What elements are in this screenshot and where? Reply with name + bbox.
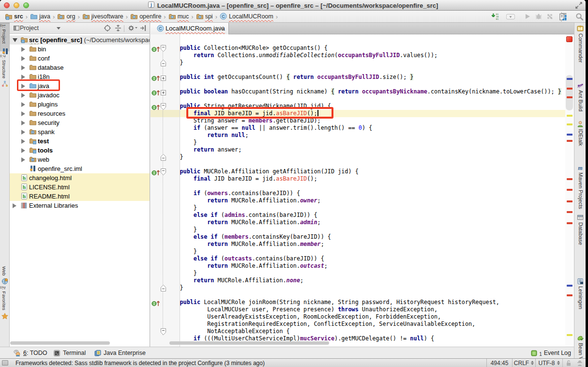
error-stripe-mark-blue[interactable] <box>567 285 573 287</box>
editor-hscrollbar[interactable] <box>169 341 329 345</box>
implements-gutter-icon[interactable] <box>151 300 160 308</box>
debug-button[interactable] <box>534 12 543 21</box>
tree-expand-icon[interactable] <box>21 47 25 52</box>
breadcrumb-item-muc[interactable]: muc <box>168 13 189 20</box>
breadcrumb-item-openfire[interactable]: openfire <box>130 13 161 20</box>
collapse-icon[interactable] <box>114 24 122 32</box>
error-stripe-mark-blue[interactable] <box>567 78 573 80</box>
tree-row-database[interactable]: database <box>10 63 150 72</box>
vcs-update-button[interactable]: 011001 <box>491 12 499 21</box>
breadcrumb-item-jivesoftware[interactable]: jivesoftware <box>82 13 123 20</box>
toolwindow-button----todo[interactable]: 6: TODO <box>14 347 47 359</box>
tool-stripe-ant-build[interactable]: Ant Build <box>574 81 586 111</box>
hide-panel-icon[interactable] <box>139 24 147 32</box>
tree-expand-icon[interactable] <box>21 65 25 70</box>
fold-marker-icon[interactable] <box>161 60 166 68</box>
fold-marker-icon[interactable] <box>161 168 166 177</box>
tree-row-plugins[interactable]: plugins <box>10 100 150 109</box>
tree-row-spank[interactable]: spank <box>10 127 150 137</box>
tree-row-tools[interactable]: tools <box>10 146 150 155</box>
tool-stripe----structure[interactable]: 7: Structure <box>0 53 10 88</box>
error-stripe-mark-yellow[interactable] <box>567 115 573 117</box>
error-stripe-mark-yellow[interactable] <box>567 334 573 336</box>
tab-close-icon[interactable]: ✕ <box>219 25 224 32</box>
tool-stripe-bean-validation[interactable]: Bean Validation <box>574 334 586 358</box>
tree-collapse-icon[interactable] <box>13 38 17 42</box>
caret-position[interactable]: 494:45 <box>486 359 512 367</box>
toolwindow-button-java-enterprise[interactable]: Java Enterprise <box>94 347 146 359</box>
project-tree-hscrollbar[interactable] <box>10 341 110 345</box>
implements-gutter-icon[interactable] <box>151 75 160 83</box>
error-indicator-icon[interactable] <box>566 36 573 42</box>
toolwindow-button-terminal[interactable]: Terminal <box>53 347 86 359</box>
code-editor[interactable]: public Collection<MUCRole> getOccupants(… <box>151 34 574 347</box>
encoding-select[interactable]: UTF-8 <box>535 359 562 367</box>
locate-icon[interactable] <box>104 24 111 32</box>
tree-row-web[interactable]: web <box>10 155 150 164</box>
lock-icon[interactable] <box>562 359 574 367</box>
fullscreen-icon[interactable] <box>575 1 583 9</box>
tree-expand-icon[interactable] <box>21 75 25 79</box>
error-stripe-mark-red[interactable] <box>567 178 573 180</box>
tree-row-conf[interactable]: conf <box>10 54 150 63</box>
hector-icon[interactable] <box>574 359 586 367</box>
tree-row-README-html[interactable]: hREADME.html <box>10 192 150 201</box>
tree-expand-icon[interactable] <box>21 139 25 144</box>
project-view-dropdown-icon[interactable] <box>57 27 60 30</box>
editor-vscrollbar[interactable] <box>566 75 573 110</box>
error-stripe-mark-red[interactable] <box>567 222 573 224</box>
implements-gutter-icon[interactable] <box>151 104 160 112</box>
tree-row-LICENSE-html[interactable]: hLICENSE.html <box>10 183 150 192</box>
tree-expand-icon[interactable] <box>21 102 25 107</box>
gear-icon[interactable] <box>127 24 138 32</box>
error-stripe-mark-yellow[interactable] <box>567 123 573 125</box>
fold-marker-icon[interactable] <box>161 285 166 293</box>
tree-row-test[interactable]: test <box>10 137 150 146</box>
tree-row-resources[interactable]: resources <box>10 109 150 118</box>
tree-row-External-Libraries[interactable]: External Libraries <box>10 201 150 210</box>
tree-expand-icon[interactable] <box>21 121 25 125</box>
tool-stripe-leiningen[interactable]: Leiningen <box>574 277 586 309</box>
event-log-button[interactable]: 1 Event Log <box>531 347 571 359</box>
breadcrumb-item-spi[interactable]: spi <box>196 13 213 20</box>
line-separator-select[interactable]: CRLF <box>512 359 535 367</box>
tree-row-security[interactable]: security <box>10 118 150 127</box>
fold-marker-icon[interactable] <box>161 103 166 112</box>
tool-stripe-idetalk[interactable]: IDEtalk <box>574 120 586 146</box>
error-stripe-mark-red[interactable] <box>567 88 573 90</box>
fold-marker-icon[interactable] <box>161 45 166 54</box>
tree-expand-icon[interactable] <box>21 148 25 153</box>
coverage-button[interactable] <box>545 12 554 21</box>
error-stripe-mark-red[interactable] <box>567 211 573 213</box>
tree-expand-icon[interactable] <box>21 130 25 135</box>
error-stripe-mark-red[interactable] <box>567 140 573 142</box>
tree-row-openfire-src-iml[interactable]: openfire_src.iml <box>10 164 150 173</box>
error-stripe-mark-blue[interactable] <box>567 134 573 136</box>
breadcrumb-item-LocalMUCRoom[interactable]: CLocalMUCRoom <box>220 13 273 20</box>
breadcrumb-item-src[interactable]: src <box>5 13 23 20</box>
tree-row-javadoc[interactable]: javadoc <box>10 91 150 100</box>
stripe-toggle-icon[interactable] <box>2 360 8 366</box>
implements-gutter-icon[interactable] <box>151 169 160 178</box>
project-panel-title[interactable]: Project <box>20 25 39 31</box>
fold-marker-icon[interactable] <box>161 89 166 97</box>
tool-stripe----favorites[interactable]: 2: Favorites <box>0 285 10 320</box>
tree-expand-icon[interactable] <box>13 203 16 208</box>
breadcrumb-item-org[interactable]: org <box>57 13 75 20</box>
breadcrumb-item-java[interactable]: java <box>30 13 50 20</box>
error-stripe-mark-red[interactable] <box>567 96 573 98</box>
status-message[interactable]: Frameworks detected: Sass stdlib framewo… <box>15 360 265 367</box>
project-structure-button[interactable] <box>559 12 568 21</box>
implements-gutter-icon[interactable] <box>151 46 160 54</box>
run-config-button[interactable] <box>506 12 515 21</box>
tree-row-src[interactable]: src [openfire_src] (~/Documents/workspac <box>10 35 150 45</box>
tool-stripe-maven-projects[interactable]: mMaven Projects <box>574 163 586 209</box>
editor-tab[interactable]: C LocalMUCRoom.java ✕ <box>151 23 229 34</box>
tree-expand-icon[interactable] <box>21 93 25 98</box>
tree-expand-icon[interactable] <box>21 157 25 162</box>
search-everywhere-button[interactable] <box>575 12 584 21</box>
tool-stripe----project[interactable]: 1: Project <box>0 23 10 51</box>
tree-row-bin[interactable]: bin <box>10 45 150 54</box>
implements-gutter-icon[interactable] <box>151 89 160 98</box>
fold-marker-icon[interactable] <box>161 74 166 83</box>
